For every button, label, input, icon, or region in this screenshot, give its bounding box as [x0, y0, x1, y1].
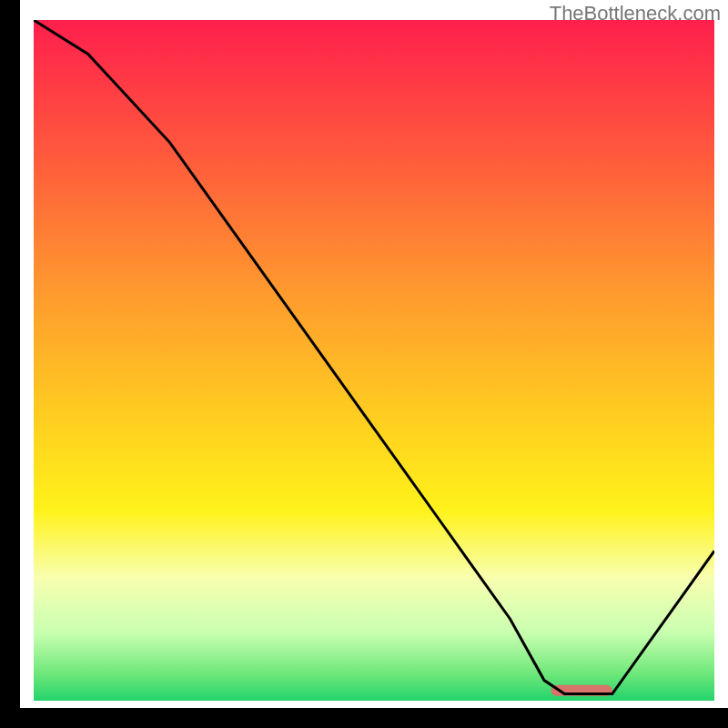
gradient-background — [34, 20, 714, 701]
bottom-border — [14, 714, 728, 728]
watermark-text: TheBottleneck.com — [550, 2, 721, 25]
chart-container: TheBottleneck.com — [14, 0, 728, 714]
y-axis — [14, 0, 20, 714]
plot-area — [34, 20, 714, 701]
chart-svg — [34, 20, 714, 701]
x-axis — [14, 708, 728, 714]
